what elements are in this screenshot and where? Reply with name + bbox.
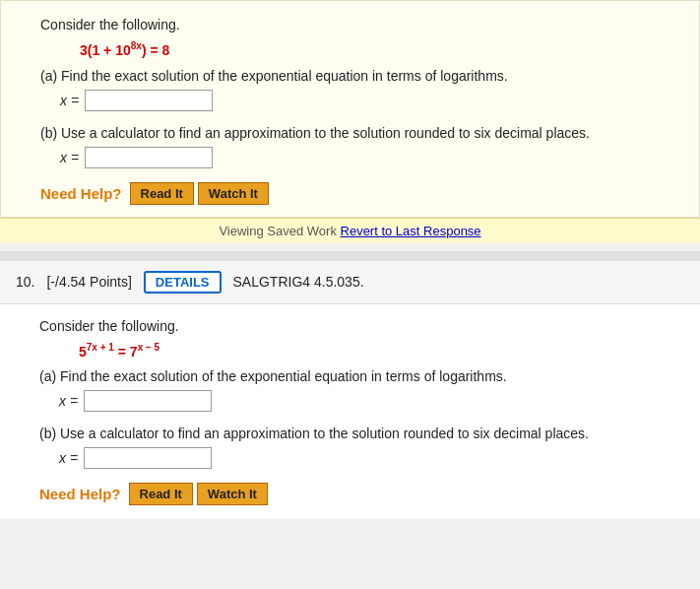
part-a-label-9: (a) Find the exact solution of the expon…	[40, 68, 679, 84]
x-label-10b: x =	[59, 450, 78, 466]
answer-input-10b[interactable]	[84, 447, 212, 469]
x-label-9a: x =	[60, 93, 79, 108]
details-button-10[interactable]: DETAILS	[144, 271, 222, 294]
x-label-10a: x =	[59, 393, 78, 409]
saved-work-text: Viewing Saved Work	[219, 224, 336, 238]
problem-code-10: SALGTRIG4 4.5.035.	[233, 274, 364, 290]
x-label-9b: x =	[60, 150, 79, 165]
consider-text-9: Consider the following.	[40, 17, 679, 33]
problem-number-10: 10.	[16, 274, 34, 290]
saved-work-bar: Viewing Saved Work Revert to Last Respon…	[0, 218, 700, 243]
part-a-label-10: (a) Find the exact solution of the expon…	[39, 368, 680, 384]
read-it-button-10[interactable]: Read It	[129, 483, 193, 505]
watch-it-button-10[interactable]: Watch It	[197, 483, 268, 505]
read-it-button-9[interactable]: Read It	[130, 182, 194, 205]
equation-9: 3(1 + 108x) = 8	[80, 40, 679, 58]
part-b-label-9: (b) Use a calculator to find an approxim…	[40, 125, 679, 141]
revert-link[interactable]: Revert to Last Response	[341, 224, 481, 238]
answer-input-9b[interactable]	[85, 147, 213, 168]
consider-text-10: Consider the following.	[39, 318, 680, 334]
part-b-label-10: (b) Use a calculator to find an approxim…	[39, 425, 680, 441]
equation-10: 57x + 1 = 7x − 5	[79, 342, 680, 360]
problem-header-10: 10. [-/4.54 Points] DETAILS SALGTRIG4 4.…	[0, 261, 700, 304]
need-help-label-9: Need Help?	[40, 185, 122, 202]
answer-input-9a[interactable]	[85, 90, 213, 111]
watch-it-button-9[interactable]: Watch It	[198, 182, 269, 205]
need-help-label-10: Need Help?	[39, 486, 121, 502]
answer-input-10a[interactable]	[84, 390, 212, 412]
points-label-10: [-/4.54 Points]	[46, 274, 131, 290]
